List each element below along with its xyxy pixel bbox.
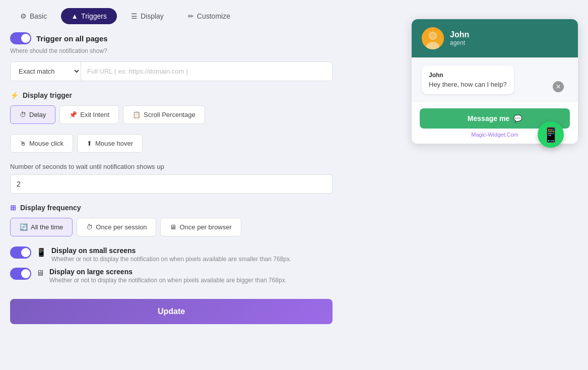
avatar [422,27,444,49]
freq-all-time-btn[interactable]: 🔄 All the time [10,218,73,236]
customize-icon: ✏ [188,12,194,20]
trigger-all-pages-subtitle: Where should the notification show? [10,47,333,54]
trigger-icon: ▲ [71,12,78,20]
close-chat-button[interactable]: ✕ [553,81,564,92]
trigger-mouse-click-label: Mouse click [29,140,63,147]
desktop-icon: 🖥 [36,269,44,278]
mouse-click-icon: 🖱 [20,140,26,147]
trigger-exit-intent-btn[interactable]: 📌 Exit Intent [59,105,119,124]
main-content: Trigger on all pages Where should the no… [0,32,343,334]
large-screens-row: 🖥 Display on large screens Whether or no… [10,268,333,284]
url-input[interactable] [81,62,332,81]
freq-all-time-label: All the time [31,223,63,231]
trigger-mouse-hover-btn[interactable]: ⬆ Mouse hover [77,134,143,153]
small-screens-toggle[interactable] [10,246,31,259]
all-time-icon: 🔄 [20,223,28,231]
display-trigger-header: ⚡ Display trigger [10,91,333,99]
scroll-icon: 📋 [133,111,141,118]
trigger-all-pages-row: Trigger on all pages [10,32,333,44]
chat-agent-info: John agent [450,30,469,46]
whatsapp-button[interactable]: 📱 [538,121,564,148]
nav-customize[interactable]: ✏ Customize [178,8,240,24]
lightning-icon: ⚡ [10,91,19,99]
seconds-label: Number of seconds to wait until notifica… [10,163,333,170]
large-screens-toggle[interactable] [10,268,31,280]
nav-basic-label: Basic [30,12,47,20]
display-frequency-header: ⊞ Display frequency [10,204,333,212]
trigger-scroll-label: Scroll Percentage [144,111,195,118]
seconds-input[interactable] [10,174,333,194]
chat-agent-role: agent [450,39,469,46]
trigger-mouse-click-btn[interactable]: 🖱 Mouse click [10,134,73,153]
message-icon: 💬 [513,114,522,122]
large-screens-label: Display on large screens [49,268,287,276]
trigger-delay-btn[interactable]: ⏱ Delay [10,105,55,124]
chat-bubble: John Hey there, how can I help? [422,66,514,94]
update-button[interactable]: Update [10,299,333,324]
exit-intent-icon: 📌 [69,111,77,118]
nav-triggers[interactable]: ▲ Triggers [61,8,117,24]
once-browser-icon: 🖥 [170,223,176,231]
whatsapp-icon: 📱 [542,127,560,143]
grid-icon: ⊞ [10,204,16,212]
small-screens-subtitle: Whether or not to display the notificati… [51,256,291,263]
trigger-all-pages-toggle[interactable] [10,32,31,44]
nav-display[interactable]: ☰ Display [121,8,174,24]
once-session-icon: ⏱ [86,223,93,231]
display-icon: ☰ [131,12,138,20]
large-screens-subtitle: Whether or not to display the notificati… [49,277,287,284]
trigger-all-pages-label: Trigger on all pages [36,34,108,43]
svg-point-3 [430,33,436,39]
freq-once-session-label: Once per session [96,223,147,231]
display-frequency-section: ⊞ Display frequency 🔄 All the time ⏱ Onc… [10,204,333,236]
display-frequency-label: Display frequency [20,204,81,212]
mouse-hover-icon: ⬆ [87,140,92,147]
close-icon: ✕ [556,83,561,90]
trigger-exit-intent-label: Exit Intent [80,111,109,118]
mobile-icon: 📱 [36,248,46,257]
delay-icon: ⏱ [20,111,26,118]
nav-customize-label: Customize [197,12,230,20]
display-trigger-label: Display trigger [23,91,72,99]
frequency-btn-group: 🔄 All the time ⏱ Once per session 🖥 Once… [10,218,333,236]
display-trigger-group2: 🖱 Mouse click ⬆ Mouse hover [10,134,333,153]
chat-body: John Hey there, how can I help? [412,57,578,102]
gear-icon: ⚙ [20,12,27,20]
freq-once-session-btn[interactable]: ⏱ Once per session [77,218,156,236]
trigger-delay-label: Delay [29,111,46,118]
small-screens-text: Display on small screens Whether or not … [51,246,291,263]
chat-widget: John agent John Hey there, how can I hel… [412,19,578,188]
trigger-scroll-btn[interactable]: 📋 Scroll Percentage [123,105,205,124]
small-screens-label: Display on small screens [51,246,291,255]
message-me-label: Message me [468,114,509,122]
nav-display-label: Display [141,12,164,20]
small-screens-row: 📱 Display on small screens Whether or no… [10,246,333,263]
trigger-mouse-hover-label: Mouse hover [95,140,133,147]
freq-once-browser-btn[interactable]: 🖥 Once per browser [160,218,241,236]
chat-header: John agent [412,19,578,57]
freq-once-browser-label: Once per browser [179,223,231,231]
chat-agent-name: John [450,30,469,39]
url-filter-row: Exact match Contains Starts with [10,61,333,81]
large-screens-text: Display on large screens Whether or not … [49,268,287,284]
chat-bubble-name: John [429,72,507,79]
display-trigger-group: ⏱ Delay 📌 Exit Intent 📋 Scroll Percentag… [10,105,333,124]
nav-triggers-label: Triggers [81,12,107,20]
chat-bubble-text: Hey there, how can I help? [429,81,507,88]
update-button-label: Update [158,307,185,316]
nav-basic[interactable]: ⚙ Basic [10,8,57,24]
url-match-select[interactable]: Exact match Contains Starts with [11,62,81,81]
